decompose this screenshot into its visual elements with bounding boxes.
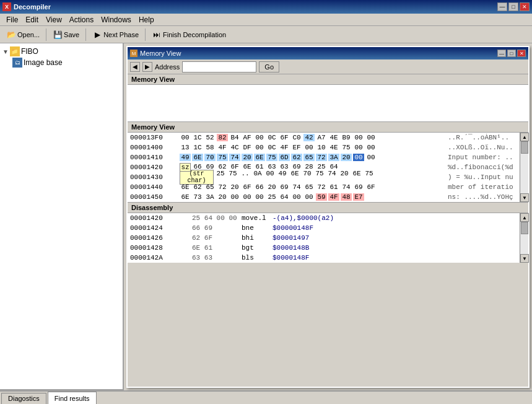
toolbar: 📂 Open... 💾 Save ▶ Next Phase ⏭ Finish D… <box>0 26 532 43</box>
tab-bar: Diagostics Find results <box>0 392 532 404</box>
disasm-row-3: 00001428 6E 61 bgt $0000148B <box>128 243 520 253</box>
next-phase-button[interactable]: ▶ Next Phase <box>89 28 142 42</box>
address-label: Address <box>155 63 180 71</box>
menu-actions[interactable]: Actions <box>66 15 97 25</box>
scroll-track[interactable] <box>520 141 528 193</box>
hex-row-0: 000013F0 00 1C 52 82 B4 AF 00 0C 6F C0 <box>128 133 520 143</box>
menu-file[interactable]: File <box>2 15 22 25</box>
disasm-label: Disassembly <box>128 202 528 213</box>
memory-window-title: Memory View <box>140 50 181 57</box>
hex-scrollbar[interactable]: ▲ ▼ <box>520 133 528 202</box>
memory-content-area <box>128 85 528 122</box>
memory-title-left: M Memory View <box>130 50 181 57</box>
menu-bar: File Edit View Actions Windows Help <box>0 14 532 26</box>
tree-panel[interactable]: ▼ 📁 FIBO 🗂 Image base <box>0 43 124 390</box>
disasm-row-1: 00001424 66 69 bne $00000148F <box>128 223 520 233</box>
tab-diagnostics[interactable]: Diagostics <box>1 393 46 404</box>
bottom-section: Diagostics Find results No items found. <box>0 390 532 404</box>
hex-row-6: 00001450 6E 73 3A 20 00 00 00 25 64 00 <box>128 192 520 202</box>
memory-title-bar: M Memory View — □ ✕ <box>128 47 528 59</box>
memory-close-btn[interactable]: ✕ <box>517 50 526 57</box>
nav-back-btn[interactable]: ◀ <box>130 62 140 72</box>
disasm-scroll-up-btn[interactable]: ▲ <box>520 213 529 222</box>
hex-row-5: 00001440 6E 62 65 72 20 6F 66 20 69 74 <box>128 182 520 192</box>
memory-window-icon: M <box>130 50 137 57</box>
memory-maximize-btn[interactable]: □ <box>507 50 516 57</box>
disasm-row-2: 00001426 62 6F bhi $00001497 <box>128 233 520 243</box>
disasm-scroll-down-btn[interactable]: ▼ <box>520 254 529 263</box>
hex-row-2: 00001410 49 6E 70 75 74 20 6E 75 6D 62 <box>128 152 520 162</box>
title-controls: — □ ✕ <box>497 2 530 11</box>
tree-image-base-label: Image base <box>24 58 63 67</box>
disasm-row-4: 0000142A 63 63 bls $0000148F <box>128 253 520 263</box>
nav-forward-btn[interactable]: ▶ <box>142 62 152 72</box>
tree-root[interactable]: ▼ 📁 FIBO <box>2 46 120 57</box>
main-content: ▼ 📁 FIBO 🗂 Image base M Memory View — □ … <box>0 43 532 390</box>
memory-window: M Memory View — □ ✕ ◀ ▶ Address Go Memor… <box>126 46 530 388</box>
right-pane: M Memory View — □ ✕ ◀ ▶ Address Go Memor… <box>124 43 532 390</box>
hex-scroll-container: 000013F0 00 1C 52 82 B4 AF 00 0C 6F C0 <box>128 133 528 202</box>
tree-image-base[interactable]: 🗂 Image base <box>12 57 120 68</box>
toolbar-separator-3 <box>145 29 146 41</box>
memory-section-label-2: Memory View <box>128 122 528 133</box>
scroll-thumb[interactable] <box>521 141 528 154</box>
image-base-icon: 🗂 <box>12 58 22 68</box>
menu-windows[interactable]: Windows <box>97 15 135 25</box>
disasm-scroll-container: 00001420 25 64 00 00 move.l -(a4),$0000(… <box>128 213 528 263</box>
tab-find-results[interactable]: Find results <box>48 392 97 404</box>
memory-minimize-btn[interactable]: — <box>497 50 506 57</box>
hex-row-4: 00001430 (str char) 25 75 .. 0A 00 49 6E… <box>128 172 520 182</box>
hex-addr-0: 000013F0 <box>130 134 180 141</box>
hex-row-1: 00001400 13 1C 58 4F 4C DF 00 0C 4F EF <box>128 143 520 152</box>
memory-section-label-1: Memory View <box>128 74 528 85</box>
address-input[interactable] <box>182 61 256 72</box>
hex-row-3: 00001420 sz 66 69 62 6F 6E 61 63 63 69 <box>128 162 520 172</box>
save-button[interactable]: 💾 Save <box>49 28 83 42</box>
disasm-content[interactable]: 00001420 25 64 00 00 move.l -(a4),$0000(… <box>128 213 520 263</box>
save-icon: 💾 <box>53 30 63 40</box>
hex-display[interactable]: 000013F0 00 1C 52 82 B4 AF 00 0C 6F C0 <box>128 133 520 202</box>
next-phase-icon: ▶ <box>92 30 102 40</box>
scroll-down-btn[interactable]: ▼ <box>520 193 529 202</box>
open-icon: 📂 <box>6 30 16 40</box>
toolbar-separator-1 <box>46 29 46 41</box>
disasm-scroll-thumb[interactable] <box>521 222 528 234</box>
menu-view[interactable]: View <box>42 15 66 25</box>
disasm-scrollbar[interactable]: ▲ ▼ <box>520 213 528 263</box>
finish-icon: ⏭ <box>152 30 162 40</box>
fibo-folder-icon: 📁 <box>10 46 20 56</box>
toolbar-separator-2 <box>85 29 86 41</box>
app-title: Decompiler <box>14 3 51 11</box>
tree-expand-icon: ▼ <box>2 48 9 55</box>
tree-fibo-label: FIBO <box>21 47 38 56</box>
address-bar: ◀ ▶ Address Go <box>128 59 528 74</box>
maximize-button[interactable]: □ <box>508 2 518 11</box>
app-icon: X <box>2 2 11 11</box>
hex-bytes-0: 00 1C 52 82 B4 AF 00 0C 6F C0 42 A7 <box>180 134 443 141</box>
memory-window-controls: — □ ✕ <box>497 50 526 57</box>
close-button[interactable]: ✕ <box>520 2 530 11</box>
disasm-scroll-track[interactable] <box>520 222 528 254</box>
menu-help[interactable]: Help <box>135 15 158 25</box>
title-bar: X Decompiler — □ ✕ <box>0 0 532 14</box>
scroll-up-btn[interactable]: ▲ <box>520 133 529 141</box>
disasm-row-0: 00001420 25 64 00 00 move.l -(a4),$0000(… <box>128 213 520 223</box>
finish-button[interactable]: ⏭ Finish Decompilation <box>148 28 230 42</box>
minimize-button[interactable]: — <box>497 2 507 11</box>
go-button[interactable]: Go <box>259 61 279 72</box>
open-button[interactable]: 📂 Open... <box>2 28 43 42</box>
menu-edit[interactable]: Edit <box>22 15 42 25</box>
title-bar-left: X Decompiler <box>2 2 51 11</box>
